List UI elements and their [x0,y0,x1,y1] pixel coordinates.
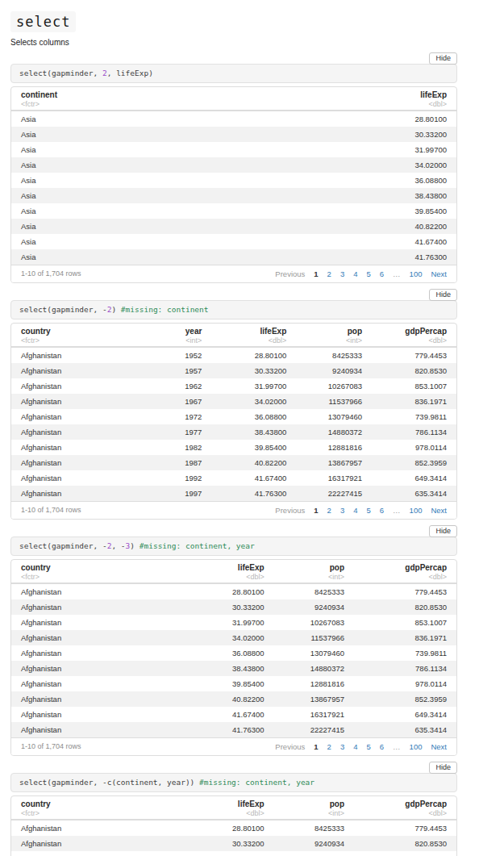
table-footer: 1-10 of 1,704 rows Previous123456…100Nex… [11,737,456,755]
table-cell: 41.67400 [181,707,274,722]
table-row: Asia41.76300 [11,249,456,265]
column-header-pop[interactable]: pop<int> [274,560,354,583]
column-type: <dbl> [364,809,447,817]
column-header-country[interactable]: country<fctr> [11,324,136,347]
pagination-page[interactable]: 3 [340,506,344,515]
table-row: Asia28.80100 [11,111,456,127]
column-header-lifeExp[interactable]: lifeExp<dbl> [181,560,274,583]
table-cell: 836.1971 [354,630,456,645]
table-cell: Afghanistan [11,851,181,856]
column-name: gdpPercap [364,800,447,809]
pagination-page[interactable]: 4 [353,269,357,278]
table-cell: Asia [11,173,256,188]
pagination-page[interactable]: 3 [340,269,344,278]
hide-button[interactable]: Hide [429,52,457,65]
column-header-pop[interactable]: pop<int> [296,324,372,347]
code-block[interactable]: select(gapminder, 2, lifeExp) [10,64,457,83]
column-header-pop[interactable]: pop<int> [274,796,354,820]
pagination: Previous123456…100Next [275,742,447,751]
table-cell: 739.9811 [354,645,456,661]
column-header-lifeExp[interactable]: lifeExp<dbl> [181,796,274,820]
column-header-gdpPercap[interactable]: gdpPercap<dbl> [372,324,456,347]
column-header-country[interactable]: country<fctr> [11,796,181,820]
column-header-country[interactable]: country<fctr> [11,560,181,583]
pagination-page[interactable]: 4 [353,506,357,515]
code-block[interactable]: select(gapminder, -c(continent, year)) #… [10,773,457,792]
table-row: Afghanistan28.801008425333779.4453 [11,583,456,599]
hide-button[interactable]: Hide [429,525,457,537]
column-header-year[interactable]: year<int> [136,324,212,347]
pagination-page[interactable]: 100 [410,506,423,515]
rows-info: 1-10 of 1,704 rows [21,742,81,751]
pagination-next[interactable]: Next [431,269,447,278]
table-row: Afghanistan28.801008425333779.4453 [11,820,456,836]
table-cell: Afghanistan [11,409,136,424]
table-cell: Afghanistan [11,836,181,851]
pagination-page[interactable]: 3 [340,742,344,751]
code-token-plain: ) [130,541,139,550]
pagination-page[interactable]: 5 [367,506,371,515]
pagination-page[interactable]: 5 [367,742,371,751]
table-cell: 10267083 [274,851,354,856]
example-section-3: Hide select(gapminder, -2, -3) #missing:… [10,522,457,756]
table-cell: 34.02000 [181,630,274,645]
table-footer: 1-10 of 1,704 rows Previous123456…100Nex… [11,501,456,519]
pagination-page[interactable]: 6 [380,742,384,751]
table: country<fctr>lifeExp<dbl>pop<int>gdpPerc… [11,560,456,737]
rows-info: 1-10 of 1,704 rows [21,506,81,515]
table-cell: 1967 [136,394,212,409]
column-type: <dbl> [364,573,447,581]
table-cell: 34.02000 [256,157,456,173]
column-name: gdpPercap [381,327,447,336]
pagination-page[interactable]: 2 [327,506,331,515]
pagination-page[interactable]: 5 [367,269,371,278]
column-header-gdpPercap[interactable]: gdpPercap<dbl> [354,796,456,820]
column-name: pop [284,800,344,809]
column-header-lifeExp[interactable]: lifeExp<dbl> [256,87,456,111]
code-token-comment: #missing: continent, year [199,778,314,787]
table-cell: Afghanistan [11,707,181,722]
table-row: Afghanistan198740.8220013867957852.3959 [11,455,456,470]
column-type: <fctr> [21,100,247,108]
pagination-page-current[interactable]: 1 [314,742,318,751]
pagination-page[interactable]: 6 [380,506,384,515]
code-block[interactable]: select(gapminder, -2) #missing: continen… [10,300,457,319]
table-cell: 786.1134 [354,661,456,676]
code-token-plain: select(gapminder, [19,69,102,77]
pagination-previous: Previous [275,269,305,278]
column-type: <dbl> [190,573,264,581]
column-header-lifeExp[interactable]: lifeExp<dbl> [211,324,296,347]
table-cell: 36.08800 [211,409,296,424]
table-row: Afghanistan38.4380014880372786.1134 [11,661,456,676]
code-token-plain: , - [111,541,125,550]
hide-button[interactable]: Hide [429,762,457,774]
table-cell: 41.76300 [181,722,274,737]
table-cell: Afghanistan [11,486,136,501]
table-cell: 16317921 [296,470,372,486]
pagination-page[interactable]: 100 [410,742,423,751]
pagination-page[interactable]: 4 [353,742,357,751]
pagination-next[interactable]: Next [431,506,447,515]
table-cell: Afghanistan [11,378,136,394]
table-cell: 34.02000 [211,394,296,409]
pagination-next[interactable]: Next [431,742,447,751]
table-cell: 28.80100 [211,347,296,363]
data-table: country<fctr>year<int>lifeExp<dbl>pop<in… [11,324,456,501]
data-table: country<fctr>lifeExp<dbl>pop<int>gdpPerc… [11,560,456,737]
table-cell: 41.67400 [256,234,456,249]
code-text: select(gapminder, -2) #missing: continen… [19,305,209,314]
column-type: <int> [284,573,344,581]
pagination-page-current[interactable]: 1 [314,506,318,515]
column-header-continent[interactable]: continent<fctr> [11,87,256,111]
table-cell: Afghanistan [11,820,181,836]
code-block[interactable]: select(gapminder, -2, -3) #missing: cont… [10,537,457,556]
pagination-page[interactable]: 6 [380,269,384,278]
pagination-page[interactable]: 2 [327,269,331,278]
pagination-page-current[interactable]: 1 [314,269,318,278]
column-header-gdpPercap[interactable]: gdpPercap<dbl> [354,560,456,583]
pagination-page[interactable]: 2 [327,742,331,751]
pagination-page[interactable]: 100 [410,269,423,278]
column-name: country [21,563,171,573]
column-name: gdpPercap [364,563,447,573]
hide-button[interactable]: Hide [429,289,457,301]
